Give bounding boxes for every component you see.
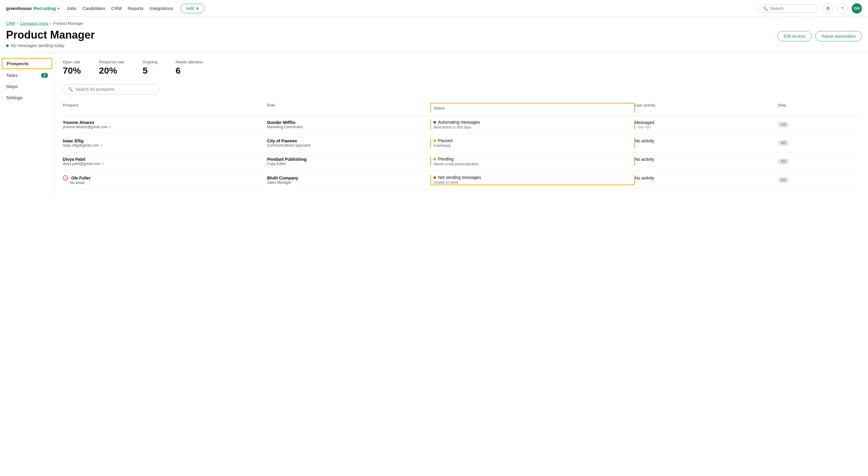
step-col: 0/3 — [778, 177, 860, 183]
nav-links: Jobs Candidates CRM Reports Integrations — [67, 6, 173, 11]
tasks-badge: 2 — [41, 73, 48, 78]
step-col: 0/3 — [778, 140, 860, 146]
email-verified-icon: ✓ — [108, 125, 112, 129]
stat-response-rate: Response rate 20% — [99, 60, 125, 76]
logo-text: greenhouse — [6, 6, 32, 11]
stats-row: Open rate 70% Response rate 20% Ongoing … — [63, 60, 860, 76]
pause-automation-button[interactable]: Pause automation — [815, 31, 862, 41]
page-title: Product Manager — [6, 29, 95, 41]
step-col: 1/3 — [778, 122, 860, 128]
logo-chevron-icon: ▾ — [58, 6, 59, 10]
prospect-name-col: Ynonne Alvarez ynonne.alvarez@gmail.com … — [63, 120, 267, 129]
search-icon: 🔍 — [763, 6, 768, 11]
role-col: Bluth Company Sales Manager — [267, 176, 431, 185]
main-content: Open rate 70% Response rate 20% Ongoing … — [54, 53, 868, 197]
avatar[interactable]: GH — [852, 3, 862, 13]
no-messages-status: No messages sending today — [6, 43, 95, 48]
prospects-table: Prospect Role Status Last activity Step … — [63, 100, 860, 190]
prospect-name-col: Isaac Ellig isaac.ellig@gmail.com ✓ — [63, 138, 267, 148]
nav-right: 🔍 ⚙ ? GH — [758, 3, 862, 13]
col-header-status: Status — [430, 103, 635, 113]
prospect-name-col: Divya Patel divya.patel@gmail.com ✓ — [63, 157, 267, 166]
breadcrumb-sep2: › — [50, 21, 51, 26]
col-header-prospect: Prospect — [63, 103, 267, 113]
status-dot — [6, 44, 9, 47]
sidebar: Prospects Tasks 2 Steps Settings — [0, 53, 54, 197]
table-row[interactable]: Divya Patel divya.patel@gmail.com ✓ Pend… — [63, 152, 860, 171]
nav-crm[interactable]: CRM — [112, 6, 122, 11]
prospect-search-icon: 🔍 — [68, 87, 73, 92]
logo-green-text: Recruiting — [33, 6, 56, 11]
logo[interactable]: greenhouse Recruiting ▾ — [6, 6, 59, 11]
status-col: Automating messages Next action in 363 d… — [430, 120, 635, 129]
settings-icon[interactable]: ⚙ — [823, 3, 833, 13]
last-activity-col: No activity -- — [635, 138, 778, 148]
sidebar-item-settings[interactable]: Settings — [0, 92, 54, 103]
sidebar-item-tasks[interactable]: Tasks 2 — [0, 70, 54, 81]
stat-needs-attention: Needs attention 6 — [176, 60, 203, 76]
table-row[interactable]: Isaac Ellig isaac.ellig@gmail.com ✓ City… — [63, 134, 860, 152]
help-icon[interactable]: ? — [837, 3, 847, 13]
status-col: Paused Indefinitely — [430, 138, 635, 148]
email-verified-icon: ✓ — [100, 143, 103, 148]
col-header-role: Role — [267, 103, 431, 113]
breadcrumb-sep1: › — [17, 21, 18, 26]
status-dot-yellow — [433, 158, 436, 160]
table-row[interactable]: ! Ole Fuller No email Bluth Company Sale… — [63, 171, 860, 190]
status-dot-green — [433, 121, 436, 124]
status-col: Not sending messages Unable to send — [430, 175, 635, 185]
prospect-search-input[interactable] — [75, 87, 154, 92]
breadcrumb-campaign-pools[interactable]: Campaign pools — [20, 21, 48, 26]
table-header: Prospect Role Status Last activity Step — [63, 100, 860, 116]
nav-jobs[interactable]: Jobs — [67, 6, 76, 11]
role-col: Pendant Publishing Copy Editor — [267, 157, 431, 166]
step-col: 0/3 — [778, 158, 860, 164]
add-button[interactable]: Add ▾ — [181, 4, 204, 13]
table-row[interactable]: Ynonne Alvarez ynonne.alvarez@gmail.com … — [63, 116, 860, 134]
stat-ongoing: Ongoing 5 — [143, 60, 158, 76]
page-title-section: Product Manager No messages sending toda… — [6, 29, 95, 48]
breadcrumb: CRM › Campaign pools › Product Manager — [0, 17, 868, 26]
global-search-box[interactable]: 🔍 — [758, 4, 818, 13]
role-col: City of Pawnee Communications Specialist — [267, 138, 431, 148]
last-activity-col: Messaged 1 day ago — [635, 120, 778, 129]
last-activity-col: No activity -- — [635, 176, 778, 185]
role-col: Dunder Mifflin Marketing Coordinator — [267, 120, 431, 129]
status-dot-red — [433, 176, 436, 179]
sidebar-item-steps[interactable]: Steps — [0, 81, 54, 92]
last-activity-col: No activity -- — [635, 157, 778, 166]
nav-reports[interactable]: Reports — [128, 6, 144, 11]
col-header-step: Step — [778, 103, 860, 113]
topnav: greenhouse Recruiting ▾ Jobs Candidates … — [0, 0, 868, 17]
email-verified-icon: ✓ — [101, 162, 104, 166]
prospect-name-col: ! Ole Fuller No email — [63, 175, 267, 185]
breadcrumb-current: Product Manager — [53, 21, 83, 26]
page-header: Product Manager No messages sending toda… — [0, 26, 868, 52]
nav-candidates[interactable]: Candidates — [83, 6, 105, 11]
sidebar-item-prospects[interactable]: Prospects — [2, 58, 52, 69]
header-buttons: Edit access Pause automation — [777, 31, 862, 41]
main-layout: Prospects Tasks 2 Steps Settings Open ra… — [0, 53, 868, 197]
nav-integrations[interactable]: Integrations — [150, 6, 173, 11]
stat-open-rate: Open rate 70% — [63, 60, 81, 76]
global-search-input[interactable] — [770, 6, 814, 11]
edit-access-button[interactable]: Edit access — [777, 31, 812, 41]
status-dot-yellow — [433, 139, 436, 142]
prospect-search-box[interactable]: 🔍 — [63, 84, 159, 94]
add-chevron-icon: ▾ — [196, 6, 198, 11]
breadcrumb-crm[interactable]: CRM — [6, 21, 15, 26]
status-col: Pending Needs email personalization — [430, 157, 635, 166]
no-email-icon: ! — [63, 175, 68, 181]
col-header-last-activity: Last activity — [635, 103, 778, 113]
